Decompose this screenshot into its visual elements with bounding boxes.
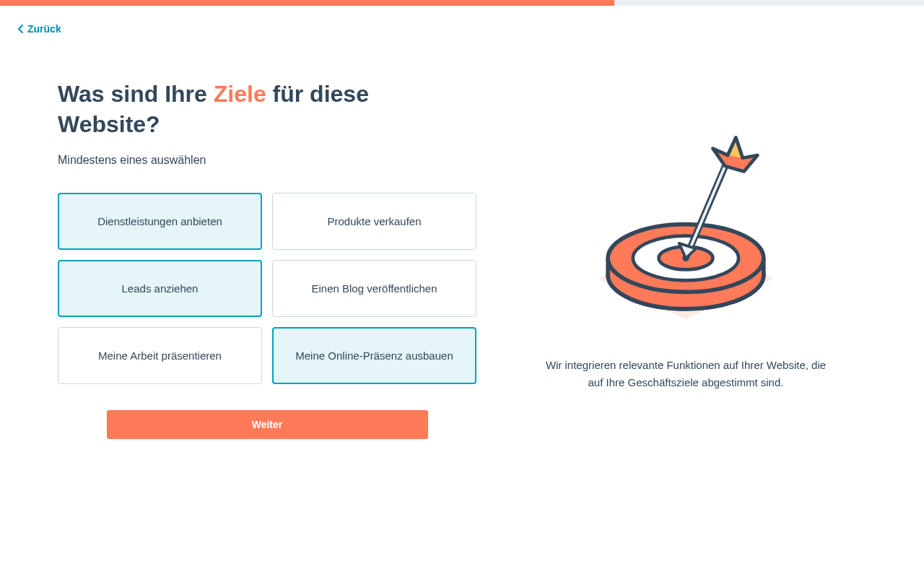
option-card-leads[interactable]: Leads anziehen	[58, 260, 262, 317]
main-container: Was sind Ihre Ziele für diese Website? M…	[0, 79, 924, 439]
continue-button[interactable]: Weiter	[107, 410, 428, 439]
progress-bar	[0, 0, 924, 6]
option-card-blog[interactable]: Einen Blog veröffentlichen	[272, 260, 476, 317]
progress-fill	[0, 0, 614, 6]
option-label: Produkte verkaufen	[327, 215, 421, 227]
options-grid: Dienstleistungen anbieten Produkte verka…	[58, 193, 476, 384]
option-label: Einen Blog veröffentlichen	[311, 282, 437, 295]
description-text: Wir integrieren relevante Funktionen auf…	[541, 357, 830, 391]
option-card-online-presence[interactable]: Meine Online-Präsenz ausbauen	[272, 327, 476, 384]
right-column: Wir integrieren relevante Funktionen auf…	[505, 79, 866, 439]
back-label: Zurück	[27, 23, 61, 35]
left-column: Was sind Ihre Ziele für diese Website? M…	[58, 79, 476, 439]
heading-prefix: Was sind Ihre	[58, 81, 214, 107]
option-label: Meine Arbeit präsentieren	[98, 349, 222, 362]
option-label: Meine Online-Präsenz ausbauen	[295, 349, 453, 362]
option-card-services[interactable]: Dienstleistungen anbieten	[58, 193, 262, 250]
option-label: Leads anziehen	[122, 282, 199, 295]
option-label: Dienstleistungen anbieten	[97, 215, 222, 227]
heading-highlight: Ziele	[214, 81, 266, 107]
target-illustration	[578, 123, 794, 339]
option-card-products[interactable]: Produkte verkaufen	[272, 193, 476, 250]
back-button[interactable]: Zurück	[0, 6, 61, 35]
chevron-left-icon	[17, 25, 23, 33]
continue-label: Weiter	[252, 419, 283, 430]
subtitle: Mindestens eines auswählen	[58, 154, 476, 167]
page-title: Was sind Ihre Ziele für diese Website?	[58, 79, 476, 139]
option-card-work[interactable]: Meine Arbeit präsentieren	[58, 327, 262, 384]
